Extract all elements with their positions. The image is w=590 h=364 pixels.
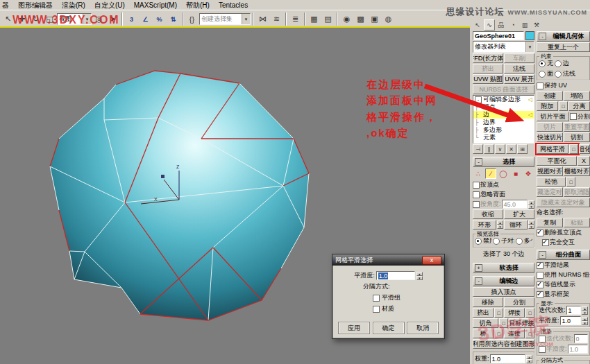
rollout-soft-selection[interactable]: +软选择 [473,263,534,273]
cancel-button[interactable]: 取消 [407,322,439,334]
preview-disable-radio[interactable] [475,238,482,245]
align-icon[interactable]: ≋ [270,12,283,26]
stack-item-element[interactable]: └元素 [473,134,534,141]
rollout-edit-edges[interactable]: -编辑边 [473,276,534,286]
rollout-subdivision-surface[interactable]: -细分曲面 [537,250,590,260]
meshsmooth-settings-icon[interactable]: □ [569,144,578,154]
menu-item-tentacles[interactable]: Tentacles [219,1,248,9]
tab-create-icon[interactable]: ↖ [472,19,483,31]
spinner-snap-icon[interactable]: ⇅ [167,12,180,26]
angle-snap-icon[interactable]: ∠ [139,12,152,26]
make-unique-icon[interactable]: ∨ [495,144,505,154]
close-icon[interactable]: x [422,256,441,265]
tessellate-button[interactable]: 细化 [579,144,590,154]
dialog-title-bar[interactable]: 网格平滑选择 x [332,254,444,266]
lathe-button[interactable]: 车削 [504,53,534,63]
meshsmooth-selection-dialog[interactable]: 网格平滑选择 x 平滑度: 1.0 ▴▾ 分隔方式: 平滑组 材质 应用 确定 … [332,254,445,339]
tab-utilities-icon[interactable]: ⚒ [531,19,542,31]
tab-hierarchy-icon[interactable]: 品 [496,19,507,31]
constraint-none-radio[interactable] [539,60,546,67]
rollout-edit-geometry[interactable]: -编辑几何体 [537,31,590,42]
object-color-swatch[interactable] [525,31,534,40]
ok-button[interactable]: 确定 [373,322,405,334]
stack-item-editable-poly[interactable]: - 可编辑多边形 ◁ [473,96,534,103]
use-nurms-checkbox[interactable] [537,272,543,279]
preview-subobj-radio[interactable] [493,238,500,245]
menu-item-help[interactable]: 帮助(H) [186,1,210,10]
weight-spinner[interactable]: ▴▾ [526,355,532,363]
attach-button[interactable]: 附加 [537,101,558,111]
create-button[interactable]: 创建 [537,91,563,101]
render-iterations-field[interactable]: 0 [574,334,588,343]
angle-spinner[interactable]: ▴▾ [528,200,534,209]
tab-modify-icon[interactable]: ∿ [484,19,495,31]
attach-settings-icon[interactable]: □ [559,101,568,111]
mirror-icon[interactable]: ⋈ [256,12,269,26]
polygon-subobject-icon[interactable]: ■ [510,168,521,179]
material-editor-icon[interactable]: ◉ [340,12,353,26]
rollout-selection[interactable]: -选择 [473,157,534,167]
snap-toggle-3d-icon[interactable]: 3 [125,12,138,26]
menu-item-customize[interactable]: 自定义(U) [94,1,125,10]
meshsmooth-button[interactable]: 网格平滑 [537,144,568,154]
grow-button[interactable]: 扩大 [504,209,534,219]
smoothness-spinner[interactable]: ▴▾ [416,272,423,280]
normal-modifier-button[interactable]: 法线 [504,64,534,73]
render-smoothness-field[interactable]: 1.0 [568,345,588,354]
menu-item-maxscript[interactable]: MAXScript(M) [134,1,177,9]
modifier-stack[interactable]: - 可编辑多边形 ◁ ├顶点 ├边◁ ├边界 ├多边形 └元素 [473,95,534,144]
object-name-field[interactable]: GeoSphere01 [473,31,524,40]
menu-item-modifiers-partial[interactable]: 器 [2,1,9,10]
hide-selected-button[interactable]: 隐藏选定对象 [537,187,563,197]
cut-button[interactable]: 切割 [564,132,590,142]
named-selection-sets-icon[interactable]: {} [185,12,199,26]
chevron-down-icon[interactable]: ▼ [525,42,534,52]
unhide-all-button[interactable]: 全部取消隐藏 [564,187,590,197]
detach-button[interactable]: 分离 [568,101,590,111]
by-angle-checkbox[interactable] [473,201,480,208]
named-selection-set-dropdown[interactable]: 创建选择集 ▼ [199,13,251,25]
by-vertex-checkbox[interactable] [473,182,480,189]
collapse-icon[interactable]: - [475,96,482,103]
quickslice-button[interactable]: 快速切片 [537,132,563,142]
quick-render-icon[interactable]: ◍ [382,12,395,26]
stack-item-polygon[interactable]: ├多边形 [473,126,534,134]
stack-item-edge-selected[interactable]: ├边◁ [473,111,534,119]
preserve-uv-checkbox[interactable] [537,83,543,89]
split-checkbox[interactable] [570,113,577,120]
grid-align-button[interactable]: 栅格对齐 [564,166,590,176]
tab-motion-icon[interactable]: ◔ [507,19,519,31]
planar-x-button[interactable]: X [578,156,590,166]
make-planar-button[interactable]: 平面化 [537,156,577,166]
smoothness-field[interactable]: 1.0 [376,271,415,280]
smoothness-field[interactable]: 1.0 [560,316,581,325]
curve-editor-icon[interactable]: ▦ [307,12,321,26]
modifier-list-dropdown[interactable]: 修改器列表 ▼ [473,41,534,53]
pin-stack-icon[interactable]: ⊣ [473,144,483,154]
iterations-spinner[interactable]: ▴▾ [582,306,588,315]
ffd-box-button[interactable]: FFD(长方体) [473,53,503,63]
stack-item-border[interactable]: ├边界 [473,119,534,126]
render-setup-icon[interactable]: ▩ [354,12,367,26]
constraint-normal-radio[interactable] [555,71,562,78]
copy-button[interactable]: 复制 [537,218,563,227]
border-subobject-icon[interactable]: ◯ [498,168,509,179]
hide-unselected-button[interactable]: 隐藏未选定对象 [537,198,590,207]
slice-button[interactable]: 切片 [537,122,563,132]
shrink-button[interactable]: 收缩 [473,209,503,219]
weight-field[interactable]: 1.0 [490,354,525,363]
uvw-map-button[interactable]: UVW 贴图 [473,74,503,84]
preview-multi-radio[interactable] [516,238,523,245]
materials-checkbox[interactable] [373,306,380,313]
split-button[interactable]: 分割 [504,297,534,307]
edge-subobject-icon[interactable]: ∕ [485,168,496,179]
constraint-face-radio[interactable] [539,71,546,78]
full-interactivity-checkbox[interactable] [542,239,549,246]
constraint-edge-radio[interactable] [555,60,562,67]
smoothness-spinner[interactable]: ▴▾ [582,317,588,325]
tab-display-icon[interactable]: ▥ [519,19,530,31]
extrude-button[interactable]: 挤出 [473,308,494,318]
configure-modifier-sets-icon[interactable]: ⊞ [517,144,528,154]
delete-isolated-vertices-checkbox[interactable] [537,229,543,236]
vertex-subobject-icon[interactable]: ∴ [473,168,484,179]
